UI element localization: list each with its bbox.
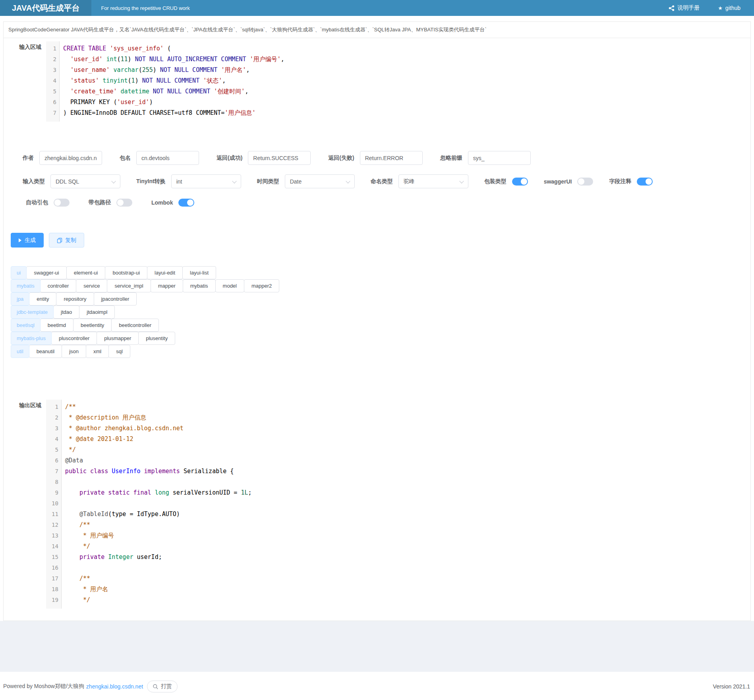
code-line: @Data — [65, 455, 740, 466]
tab-layui-edit[interactable]: layui-edit — [147, 266, 183, 279]
lombok-label: Lombok — [151, 199, 173, 206]
tab-group-beetlsql[interactable]: beetlsql — [11, 319, 41, 332]
line-number: 17 — [52, 573, 58, 584]
tab-jpacontroller[interactable]: jpacontroller — [94, 292, 137, 306]
tab-bootstrap-ui[interactable]: bootstrap-ui — [105, 266, 147, 279]
reward-button[interactable]: 打赏 — [147, 681, 178, 692]
generate-button-label: 生成 — [25, 237, 36, 244]
auto-import-switch[interactable] — [54, 199, 70, 207]
sql-input-editor[interactable]: 1234567 CREATE TABLE 'sys_user_info' ( '… — [46, 41, 744, 122]
line-number: 14 — [52, 541, 58, 552]
tab-group-mybatis[interactable]: mybatis — [11, 279, 41, 292]
code-line: 'user_id' int(11) NOT NULL AUTO_INCREMEN… — [63, 54, 740, 65]
tab-beetlmd[interactable]: beetlmd — [40, 319, 73, 332]
with-package-path-switch[interactable] — [116, 199, 132, 207]
line-number: 18 — [52, 584, 58, 595]
template-tabs: uiswagger-uielement-uibootstrap-uilayui-… — [4, 257, 750, 366]
header-links: 说明手册 ★ github — [669, 4, 754, 12]
tab-row-ui: uiswagger-uielement-uibootstrap-uilayui-… — [11, 266, 743, 279]
tab-plusentity[interactable]: plusentity — [138, 332, 175, 345]
tab-service_impl[interactable]: service_impl — [107, 279, 151, 292]
naming-type-field: 命名类型驼峰 — [371, 174, 468, 188]
chevron-down-icon — [232, 179, 236, 183]
tab-swagger-ui[interactable]: swagger-ui — [26, 266, 67, 279]
tab-controller[interactable]: controller — [40, 279, 76, 292]
tab-row-mybatis: mybatiscontrollerserviceservice_implmapp… — [11, 279, 743, 292]
tab-row-mybatis-plus: mybatis-pluspluscontrollerplusmapperplus… — [11, 332, 743, 345]
tab-plusmapper[interactable]: plusmapper — [97, 332, 139, 345]
tab-group-mybatis-plus[interactable]: mybatis-plus — [11, 332, 52, 345]
tab-pluscontroller[interactable]: pluscontroller — [51, 332, 97, 345]
wrapper-type-switch[interactable] — [512, 178, 528, 186]
tab-group-ui[interactable]: ui — [11, 266, 27, 279]
chevron-down-icon — [346, 179, 350, 183]
tab-element-ui[interactable]: element-ui — [66, 266, 106, 279]
tab-model[interactable]: model — [215, 279, 244, 292]
tab-mapper[interactable]: mapper — [151, 279, 183, 292]
tab-jtdao[interactable]: jtdao — [53, 306, 79, 319]
switches-row: 自动引包带包路径Lombok — [23, 199, 739, 207]
field-comment-switch[interactable] — [637, 178, 653, 186]
output-section: 输出区域 12345678910111213141516171819 /** *… — [4, 366, 750, 621]
code-line: @TableId(type = IdType.AUTO) — [65, 509, 740, 520]
return-success-field: 返回(成功) — [217, 151, 311, 165]
line-number: 8 — [52, 477, 58, 487]
tab-group-util[interactable]: util — [11, 345, 29, 358]
tab-service[interactable]: service — [76, 279, 107, 292]
input-type-select[interactable]: DDL SQL — [50, 174, 120, 188]
tinyint-convert-label: TinyInt转换 — [136, 178, 166, 185]
blog-link[interactable]: zhengkai.blog.csdn.net — [86, 683, 143, 690]
tab-json[interactable]: json — [62, 345, 86, 358]
line-number: 2 — [52, 54, 56, 65]
time-type-select[interactable]: Date — [285, 174, 355, 188]
package-name-input[interactable] — [136, 151, 199, 165]
code-line: 'status' tinyint(1) NOT NULL COMMENT '状态… — [63, 75, 740, 86]
code-line: 'user_name' varchar(255) NOT NULL COMMEN… — [63, 65, 740, 75]
chevron-down-icon — [459, 179, 464, 183]
tab-sql[interactable]: sql — [108, 345, 130, 358]
return-success-label: 返回(成功) — [217, 155, 242, 162]
naming-type-select[interactable]: 驼峰 — [398, 174, 468, 188]
code-line: */ — [65, 541, 740, 552]
tab-mybatis[interactable]: mybatis — [183, 279, 216, 292]
generate-button[interactable]: 生成 — [11, 233, 44, 248]
tab-xml[interactable]: xml — [86, 345, 109, 358]
author-input[interactable] — [39, 151, 102, 165]
ignore-prefix-input[interactable] — [468, 151, 531, 165]
tab-layui-list[interactable]: layui-list — [182, 266, 216, 279]
input-section-label: 输入区域 — [4, 41, 41, 51]
naming-type-label: 命名类型 — [371, 178, 393, 185]
tab-mapper2[interactable]: mapper2 — [244, 279, 279, 292]
tab-beetlcontroller[interactable]: beetlcontroller — [111, 319, 159, 332]
copy-button[interactable]: 复制 — [49, 233, 84, 248]
return-success-input[interactable] — [248, 151, 311, 165]
tab-group-jdbc-template[interactable]: jdbc-template — [11, 306, 54, 319]
tab-group-jpa[interactable]: jpa — [11, 292, 29, 306]
code-output-editor[interactable]: 12345678910111213141516171819 /** * @des… — [46, 400, 744, 609]
author-field: 作者 — [23, 151, 102, 165]
code-line — [65, 563, 740, 573]
copy-button-label: 复制 — [65, 237, 76, 244]
line-number: 6 — [52, 97, 56, 108]
ignore-prefix-field: 忽略前缀 — [440, 151, 531, 165]
github-link-label: github — [725, 5, 740, 11]
with-package-path-label: 带包路径 — [89, 199, 111, 206]
input-section: 输入区域 1234567 CREATE TABLE 'sys_user_info… — [4, 38, 750, 145]
manual-link-label: 说明手册 — [677, 4, 700, 12]
swagger-ui-switch[interactable] — [577, 178, 593, 186]
options-form: 作者包名返回(成功)返回(失败)忽略前缀 输入类型DDL SQLTinyInt转… — [4, 145, 750, 222]
tinyint-convert-select[interactable]: int — [171, 174, 241, 188]
manual-link[interactable]: 说明手册 — [669, 4, 700, 12]
copy-icon — [57, 238, 62, 243]
tab-jtdaoimpl[interactable]: jtdaoimpl — [79, 306, 115, 319]
wrapper-type-label: 包装类型 — [484, 178, 507, 185]
tab-repository[interactable]: repository — [56, 292, 94, 306]
tab-beetlentity[interactable]: beetlentity — [73, 319, 112, 332]
lombok-switch[interactable] — [178, 199, 194, 207]
magnifier-icon — [153, 684, 159, 690]
tab-entity[interactable]: entity — [29, 292, 56, 306]
background-gap — [0, 621, 754, 672]
tab-beanutil[interactable]: beanutil — [29, 345, 62, 358]
return-error-input[interactable] — [360, 151, 423, 165]
github-link[interactable]: ★ github — [718, 5, 740, 11]
